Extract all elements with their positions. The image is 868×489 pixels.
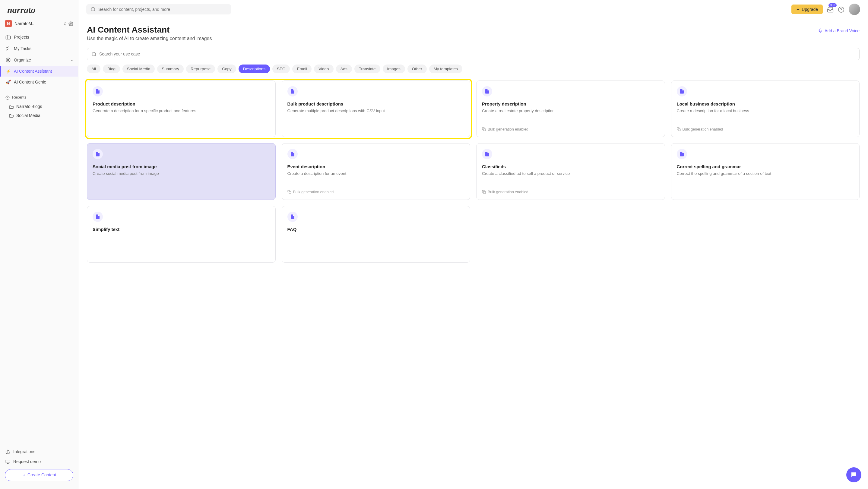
avatar[interactable] — [849, 4, 860, 15]
page-title: AI Content Assistant — [87, 25, 212, 35]
chat-launcher[interactable] — [846, 467, 861, 482]
card-title: Local business description — [677, 101, 854, 106]
filter-pill-summary[interactable]: Summary — [157, 65, 184, 73]
card-desc: Generate a description for a specific pr… — [93, 108, 270, 114]
document-icon — [93, 211, 103, 222]
document-icon — [482, 149, 492, 159]
card-title: Property description — [482, 101, 659, 106]
template-card[interactable]: Simplify text — [87, 206, 276, 263]
nav-list: Projects My Tasks Organize ▸ ⚡ AI Conten… — [0, 31, 78, 88]
workspace-name: NarratoM... — [14, 21, 61, 26]
recent-item[interactable]: Narrato Blogs — [0, 102, 78, 111]
svg-rect-1 — [6, 36, 10, 39]
help-icon[interactable] — [838, 6, 844, 13]
document-icon — [677, 149, 687, 159]
filter-pill-copy[interactable]: Copy — [217, 65, 236, 73]
filter-pill-email[interactable]: Email — [292, 65, 312, 73]
recent-item[interactable]: Social Media — [0, 111, 78, 120]
nav-my-tasks[interactable]: My Tasks — [0, 43, 78, 54]
request-demo-link[interactable]: Request demo — [0, 457, 78, 467]
global-search[interactable] — [86, 4, 231, 15]
global-search-input[interactable] — [98, 7, 227, 12]
filter-pill-social-media[interactable]: Social Media — [122, 65, 155, 73]
card-desc: Create a description for an event — [287, 171, 465, 177]
card-title: FAQ — [287, 227, 465, 232]
card-title: Classifieds — [482, 164, 659, 169]
filter-pill-other[interactable]: Other — [407, 65, 427, 73]
filter-pill-repurpose[interactable]: Repurpose — [186, 65, 215, 73]
template-card[interactable]: Correct spelling and grammarCorrect the … — [671, 143, 860, 200]
nav-ai-genie[interactable]: 🚀 AI Content Genie — [0, 76, 78, 88]
template-card[interactable]: FAQ — [282, 206, 470, 263]
template-card[interactable]: Social media post from imageCreate socia… — [87, 143, 276, 200]
bulk-badge: Bulk generation enabled — [287, 190, 465, 194]
template-card[interactable]: Local business descriptionCreate a descr… — [671, 80, 860, 137]
sidebar: narrato N NarratoM... Projects My Tasks … — [0, 0, 79, 489]
document-icon — [93, 86, 103, 96]
svg-point-3 — [6, 58, 10, 62]
nav-ai-assistant[interactable]: ⚡ AI Content Assistant — [0, 66, 78, 76]
rocket-icon: 🚀 — [5, 79, 11, 85]
svg-rect-13 — [289, 191, 291, 194]
document-icon — [677, 86, 687, 96]
workspace-chevron-icon[interactable] — [63, 21, 67, 26]
upgrade-button[interactable]: ✦ Upgrade — [792, 4, 823, 14]
svg-rect-12 — [678, 129, 680, 131]
filter-pill-translate[interactable]: Translate — [354, 65, 380, 73]
card-desc: Create a real estate property descriptio… — [482, 108, 659, 114]
template-card[interactable]: Property descriptionCreate a real estate… — [476, 80, 665, 137]
briefcase-icon — [5, 34, 11, 40]
template-card[interactable]: Bulk product descriptionsGenerate multip… — [282, 80, 470, 137]
card-title: Product description — [93, 101, 270, 106]
svg-rect-6 — [6, 460, 10, 463]
sidebar-bottom: Integrations Request demo ＋ Create Conte… — [0, 444, 78, 489]
svg-point-2 — [7, 59, 9, 61]
template-card[interactable]: Event descriptionCreate a description fo… — [282, 143, 470, 200]
content-area: AI Content Assistant Use the magic of AI… — [79, 19, 868, 489]
usecase-search-input[interactable] — [99, 52, 855, 56]
create-content-button[interactable]: ＋ Create Content — [5, 469, 73, 481]
template-card[interactable]: ClassifiedsCreate a classified ad to sel… — [476, 143, 665, 200]
template-card[interactable]: Product descriptionGenerate a descriptio… — [87, 80, 276, 137]
workspace-initial: N — [5, 20, 12, 27]
document-icon — [287, 211, 298, 222]
card-desc: Create social media post from image — [93, 171, 270, 177]
card-desc: Create a classified ad to sell a product… — [482, 171, 659, 177]
plus-icon: ＋ — [22, 472, 26, 477]
nav-projects[interactable]: Projects — [0, 31, 78, 43]
filter-pill-ads[interactable]: Ads — [336, 65, 352, 73]
card-title: Social media post from image — [93, 164, 270, 169]
filter-pill-blog[interactable]: Blog — [103, 65, 120, 73]
brand-logo[interactable]: narrato — [0, 0, 78, 18]
svg-point-5 — [7, 450, 8, 451]
search-icon — [91, 51, 97, 57]
checks-icon — [5, 46, 11, 51]
filter-pill-my-templates[interactable]: My templates — [429, 65, 462, 73]
folder-icon — [9, 113, 14, 118]
recents-header: Recents — [0, 93, 78, 102]
filter-pill-seo[interactable]: SEO — [272, 65, 290, 73]
gear-icon[interactable] — [68, 21, 73, 26]
add-brand-voice-link[interactable]: Add a Brand Voice — [818, 28, 860, 33]
filter-pill-images[interactable]: Images — [383, 65, 405, 73]
filter-pill-descriptions[interactable]: Descriptions — [239, 65, 270, 73]
filter-pill-all[interactable]: All — [87, 65, 100, 73]
usecase-search[interactable] — [87, 48, 860, 60]
bolt-icon: ⚡ — [5, 69, 11, 73]
sliders-icon — [5, 57, 11, 63]
integrations-link[interactable]: Integrations — [0, 447, 78, 456]
filter-pill-video[interactable]: Video — [314, 65, 333, 73]
bulk-badge: Bulk generation enabled — [677, 127, 854, 131]
nav-label: AI Content Assistant — [14, 69, 52, 73]
svg-point-0 — [70, 23, 71, 25]
card-title: Event description — [287, 164, 465, 169]
workspace-switcher[interactable]: N NarratoM... — [0, 18, 78, 31]
divider — [0, 90, 78, 90]
bulk-badge: Bulk generation enabled — [482, 127, 659, 131]
inbox-icon[interactable]: 338 — [827, 6, 834, 13]
cards-grid: Product descriptionGenerate a descriptio… — [87, 80, 860, 263]
monitor-icon — [5, 459, 10, 464]
chevron-right-icon: ▸ — [71, 59, 73, 62]
nav-organize[interactable]: Organize ▸ — [0, 54, 78, 66]
highlighted-cards: Product descriptionGenerate a descriptio… — [87, 80, 470, 137]
